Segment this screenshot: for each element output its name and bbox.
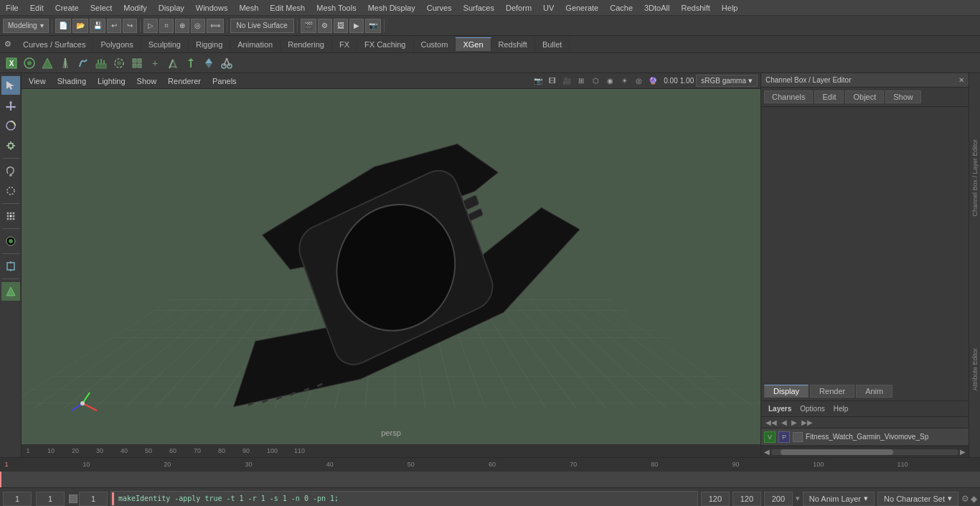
show-tab[interactable]: Show bbox=[885, 90, 921, 103]
region-mask-icon[interactable] bbox=[110, 55, 128, 72]
redo-btn[interactable]: ↪ bbox=[123, 19, 137, 33]
layer-color-swatch[interactable] bbox=[793, 432, 803, 442]
set-length-icon[interactable] bbox=[182, 55, 199, 72]
menu-uv[interactable]: UV bbox=[537, 2, 560, 14]
soft-select-btn[interactable]: ◎ bbox=[191, 19, 205, 33]
layer-prev-btn[interactable]: ◀◀ bbox=[764, 418, 778, 426]
camera-icon[interactable]: 📷 bbox=[532, 75, 545, 88]
colorspace-chevron[interactable]: ▾ bbox=[748, 76, 753, 85]
add-guides-icon[interactable]: + bbox=[146, 55, 164, 72]
render-preview-btn[interactable]: 🎬 bbox=[301, 19, 316, 33]
menu-mesh-display[interactable]: Mesh Display bbox=[362, 2, 421, 14]
frame-start-field[interactable]: 1 bbox=[3, 492, 32, 506]
lighting-menu[interactable]: Lighting bbox=[93, 76, 130, 86]
renderer-menu[interactable]: Renderer bbox=[164, 76, 205, 86]
menu-select[interactable]: Select bbox=[85, 2, 118, 14]
anim-slider-handle[interactable] bbox=[69, 495, 77, 503]
tab-sculpting[interactable]: Sculpting bbox=[141, 38, 189, 51]
shading-menu[interactable]: Shading bbox=[53, 76, 90, 86]
tab-settings-btn[interactable]: ⚙ bbox=[0, 37, 16, 51]
display-tab-render[interactable]: Render bbox=[810, 385, 854, 398]
select-mode-btn[interactable]: ▷ bbox=[143, 19, 158, 33]
undo-btn[interactable]: ↩ bbox=[107, 19, 121, 33]
render-settings-btn[interactable]: ⚙ bbox=[318, 19, 332, 33]
timeline-bar[interactable] bbox=[0, 471, 980, 487]
film-icon[interactable]: 🎞 bbox=[546, 75, 559, 88]
open-file-btn[interactable]: 📂 bbox=[72, 19, 88, 33]
universal-manip-btn[interactable] bbox=[1, 257, 20, 276]
snap-grid-btn[interactable] bbox=[1, 207, 20, 225]
layer-next-btn[interactable]: ▶ bbox=[790, 418, 798, 426]
tab-polygons[interactable]: Polygons bbox=[93, 38, 141, 51]
display-icon[interactable]: ☀ bbox=[618, 75, 631, 88]
menu-mesh-tools[interactable]: Mesh Tools bbox=[311, 2, 362, 14]
channel-box-edge-label[interactable]: Channel Box / Layer Editor bbox=[971, 136, 979, 220]
menu-generate[interactable]: Generate bbox=[560, 2, 604, 14]
anim-end-field[interactable]: 120 bbox=[732, 492, 761, 506]
menu-mesh[interactable]: Mesh bbox=[233, 2, 264, 14]
tab-fx-caching[interactable]: FX Caching bbox=[357, 38, 413, 51]
primitive-icon[interactable] bbox=[39, 55, 56, 72]
menu-windows[interactable]: Windows bbox=[190, 2, 234, 14]
lasso-mode-btn[interactable]: ⌗ bbox=[159, 19, 174, 33]
xgen-icon-1[interactable]: X bbox=[3, 55, 20, 72]
menu-help[interactable]: Help bbox=[716, 2, 744, 14]
wireframe-icon[interactable]: ⬡ bbox=[589, 75, 602, 88]
edit-tab[interactable]: Edit bbox=[814, 90, 844, 103]
display-tab-display[interactable]: Display bbox=[764, 385, 809, 398]
channels-tab[interactable]: Channels bbox=[764, 90, 813, 103]
frame-end-field[interactable]: 120 bbox=[701, 492, 730, 506]
tab-curves-surfaces[interactable]: Curves / Surfaces bbox=[16, 38, 93, 51]
display-tab-anim[interactable]: Anim bbox=[856, 385, 892, 398]
layers-btn[interactable]: Layers bbox=[765, 404, 794, 413]
menu-edit-mesh[interactable]: Edit Mesh bbox=[264, 2, 311, 14]
isolate-icon[interactable]: ◎ bbox=[632, 75, 645, 88]
layer-last-btn[interactable]: ▶▶ bbox=[800, 418, 814, 426]
description-icon[interactable] bbox=[21, 55, 38, 72]
soft-mod-btn[interactable] bbox=[1, 232, 20, 250]
scroll-left-btn[interactable]: ◀ bbox=[763, 448, 771, 456]
char-set-select[interactable]: No Character Set ▾ bbox=[877, 492, 958, 506]
menu-3dtall[interactable]: 3DtoAll bbox=[639, 2, 675, 14]
move-tool-btn[interactable] bbox=[1, 96, 20, 115]
tab-custom[interactable]: Custom bbox=[414, 38, 456, 51]
scrollbar-track[interactable] bbox=[771, 449, 958, 455]
paint-select-btn[interactable]: ⊕ bbox=[175, 19, 189, 33]
xgen-tool-btn[interactable] bbox=[1, 282, 20, 301]
camera-btn[interactable]: 📷 bbox=[365, 19, 381, 33]
symmetry-btn[interactable]: ⟺ bbox=[207, 19, 224, 33]
menu-edit[interactable]: Edit bbox=[24, 2, 50, 14]
menu-display[interactable]: Display bbox=[153, 2, 190, 14]
render-seq-btn[interactable]: ▶ bbox=[349, 19, 364, 33]
tab-xgen[interactable]: XGen bbox=[456, 37, 491, 51]
menu-curves[interactable]: Curves bbox=[421, 2, 458, 14]
live-surface-btn[interactable]: No Live Surface bbox=[230, 19, 294, 33]
menu-modify[interactable]: Modify bbox=[118, 2, 152, 14]
rotate-tool-btn[interactable] bbox=[1, 116, 20, 135]
scroll-right-btn[interactable]: ▶ bbox=[958, 448, 967, 456]
preferences-icon[interactable]: ⚙ bbox=[961, 494, 969, 504]
show-menu[interactable]: Show bbox=[133, 76, 161, 86]
attribute-editor-edge-label[interactable]: Attribute Editor bbox=[971, 345, 979, 394]
menu-deform[interactable]: Deform bbox=[500, 2, 537, 14]
cam-icon2[interactable]: 🎥 bbox=[560, 75, 573, 88]
tab-fx[interactable]: FX bbox=[332, 38, 357, 51]
layer-row[interactable]: V P Fitness_Watch_Garmin_Vivomove_Sp bbox=[761, 428, 969, 446]
help-btn[interactable]: Help bbox=[831, 404, 852, 413]
grid-icon[interactable]: ⊞ bbox=[575, 75, 588, 88]
delete-guides-icon[interactable] bbox=[164, 55, 182, 72]
object-tab[interactable]: Object bbox=[845, 90, 884, 103]
menu-file[interactable]: File bbox=[0, 2, 24, 14]
interactive-groom-icon[interactable] bbox=[93, 55, 110, 72]
lasso-tool-btn[interactable] bbox=[1, 161, 20, 180]
smooth-icon[interactable]: ◉ bbox=[603, 75, 616, 88]
char-set-chevron[interactable]: ▾ bbox=[948, 494, 952, 503]
tab-rigging[interactable]: Rigging bbox=[189, 38, 230, 51]
scale-tool-btn[interactable] bbox=[1, 136, 20, 155]
frame-sub-field[interactable]: 1 bbox=[79, 492, 108, 506]
utilities-icon[interactable] bbox=[128, 55, 146, 72]
anim-end2-field[interactable]: 200 bbox=[764, 492, 793, 506]
menu-cache[interactable]: Cache bbox=[604, 2, 639, 14]
layer-visibility-btn[interactable]: V bbox=[764, 431, 776, 443]
layer-playback-btn[interactable]: P bbox=[778, 431, 790, 443]
